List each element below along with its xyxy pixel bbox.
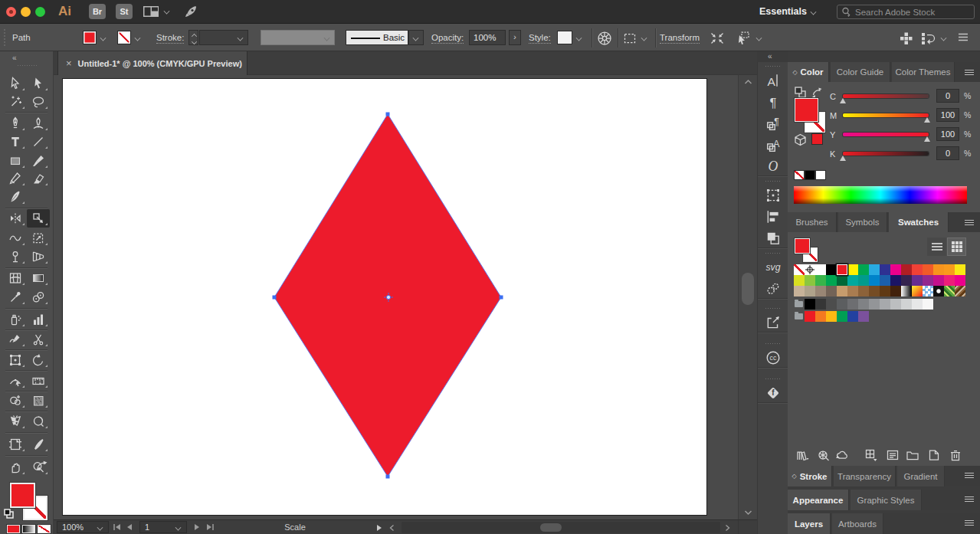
warp-tool[interactable] <box>4 229 27 247</box>
opacity-panel-link[interactable]: Opacity: <box>431 33 464 44</box>
workspace-switcher[interactable]: Essentials <box>759 6 807 17</box>
fill-color-swatch[interactable] <box>83 31 97 44</box>
swatch-grad_or[interactable] <box>912 286 923 296</box>
swatch-color[interactable] <box>890 264 901 275</box>
slider-track[interactable] <box>843 113 929 117</box>
swatch-color[interactable] <box>923 299 933 310</box>
swatch-color[interactable] <box>880 264 890 275</box>
stroke-color-swatch[interactable] <box>117 31 131 44</box>
list-view-button[interactable] <box>927 238 946 256</box>
character-panel[interactable]: A <box>764 71 782 90</box>
white-swatch[interactable] <box>815 170 826 180</box>
black-swatch[interactable] <box>805 170 815 180</box>
swatch-color[interactable] <box>901 299 912 310</box>
reflect-tool[interactable] <box>4 209 27 228</box>
tab-color-themes[interactable]: Color Themes <box>892 62 955 82</box>
rotate-view-tool[interactable] <box>27 412 50 431</box>
fill-proxy[interactable] <box>10 483 35 508</box>
collapse-dock-icon[interactable]: « <box>768 52 772 61</box>
swatch-color[interactable] <box>890 286 901 296</box>
channel-value[interactable]: 0 <box>936 146 959 160</box>
type-tool[interactable] <box>4 133 27 151</box>
scroll-right-icon[interactable] <box>725 524 731 532</box>
swatch-color[interactable] <box>826 275 837 286</box>
tab-gradient[interactable]: Gradient <box>897 466 945 486</box>
paintbrush-tool[interactable] <box>27 152 50 170</box>
swatch-color[interactable] <box>880 299 890 310</box>
shape-builder-tool[interactable] <box>4 391 27 410</box>
channel-value[interactable]: 0 <box>936 89 959 103</box>
swatch-color[interactable] <box>869 275 880 286</box>
arrange-panel-chevron[interactable] <box>941 35 947 41</box>
swatch-color[interactable] <box>847 286 858 296</box>
slider-knob[interactable] <box>840 98 846 103</box>
opacity-stepper-button[interactable]: › <box>509 30 521 45</box>
zoom-window-button[interactable] <box>35 7 45 17</box>
previous-artboard-icon[interactable] <box>126 523 133 531</box>
gradient-tool[interactable] <box>27 269 50 287</box>
swatch-color[interactable] <box>805 299 815 310</box>
swatch-libraries-menu[interactable] <box>795 448 809 462</box>
scroll-down-icon[interactable] <box>744 509 752 516</box>
shaper-tool[interactable] <box>4 169 27 188</box>
symbol-tool[interactable] <box>4 412 27 431</box>
live-paint-bucket-tool[interactable] <box>4 351 27 369</box>
rectangle-tool[interactable] <box>4 152 27 170</box>
fill-color-chevron[interactable] <box>100 35 107 41</box>
new-color-group[interactable] <box>906 448 919 462</box>
brush-definition-select[interactable]: Basic <box>346 30 408 45</box>
swatch-color[interactable] <box>826 299 837 310</box>
slider-track[interactable] <box>843 94 929 98</box>
swatch-color[interactable] <box>912 299 923 310</box>
swatch-color[interactable] <box>869 299 880 310</box>
stroke-weight-select[interactable] <box>199 30 248 45</box>
tab-color-guide[interactable]: Color Guide <box>831 62 890 82</box>
swatch-color[interactable] <box>869 286 880 296</box>
tab-swatches[interactable]: Swatches <box>889 212 949 232</box>
pathfinder-panel[interactable] <box>764 229 782 247</box>
swatch-color[interactable] <box>815 275 826 286</box>
lasso-tool[interactable] <box>27 93 50 111</box>
swatch-color[interactable] <box>847 311 858 322</box>
swap-fill-stroke-icon[interactable] <box>35 460 49 472</box>
variable-width-profile-select[interactable] <box>261 30 335 45</box>
measure-tool[interactable] <box>27 372 50 390</box>
swatch-color[interactable] <box>858 299 869 310</box>
control-menu-icon[interactable] <box>958 33 969 42</box>
artboard-tool[interactable] <box>4 435 27 454</box>
swatch-color[interactable] <box>794 286 805 296</box>
arrange-documents-icon[interactable] <box>143 5 159 18</box>
stroke-weight-stepper[interactable] <box>188 30 198 45</box>
swatch-color[interactable] <box>837 299 847 310</box>
tab-appearance[interactable]: Appearance <box>788 490 849 510</box>
smooth-tool[interactable] <box>4 330 27 349</box>
swatch-pat_dot[interactable] <box>933 286 944 296</box>
pen-tool[interactable] <box>4 114 27 133</box>
panel-menu-icon[interactable] <box>965 496 974 502</box>
export-panel[interactable] <box>764 313 782 332</box>
swatch-color[interactable] <box>880 286 890 296</box>
swatch-color[interactable] <box>805 286 815 296</box>
panel-menu-icon[interactable] <box>965 70 974 75</box>
knife-tool[interactable] <box>27 435 50 454</box>
magic-wand-tool[interactable] <box>4 93 27 111</box>
swatch-color[interactable] <box>826 311 837 322</box>
rotate-tool[interactable] <box>27 351 50 369</box>
scroll-left-icon[interactable] <box>388 524 395 532</box>
brush-definition-chevron[interactable] <box>408 30 424 45</box>
slider-knob[interactable] <box>924 136 930 142</box>
swatch-color[interactable] <box>912 264 923 275</box>
swatch-color[interactable] <box>901 264 912 275</box>
horizontal-scrollbar[interactable] <box>402 522 720 533</box>
zoom-level-select[interactable]: 100% <box>57 521 109 533</box>
anchor-point-tool[interactable] <box>4 372 27 390</box>
panel-menu-icon[interactable] <box>965 520 974 526</box>
channel-value[interactable]: 100 <box>936 108 959 122</box>
default-fill-stroke-icon[interactable] <box>4 509 15 519</box>
next-artboard-icon[interactable] <box>193 523 201 531</box>
channel-value[interactable]: 100 <box>936 127 959 141</box>
strip-grip[interactable] <box>765 307 782 310</box>
tab-symbols[interactable]: Symbols <box>838 212 887 232</box>
panel-menu-icon[interactable] <box>965 220 974 225</box>
scroll-up-icon[interactable] <box>744 79 752 85</box>
